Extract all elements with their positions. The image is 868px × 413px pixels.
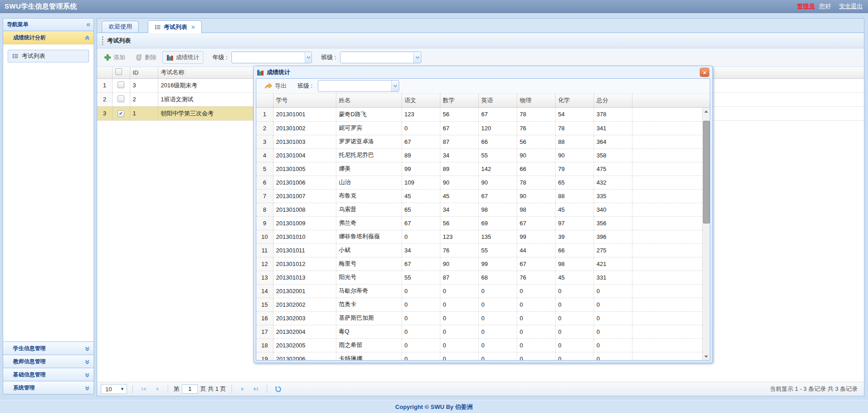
- score-row[interactable]: 13 201301013 阳光号 55 87 68 76 45 331: [256, 271, 703, 284]
- score-row[interactable]: 7 201301007 布鲁克 45 45 67 90 88 335: [256, 189, 703, 203]
- column-header-id[interactable]: ID: [130, 67, 158, 78]
- scroll-up-icon[interactable]: [703, 108, 710, 115]
- page-number-input[interactable]: [182, 385, 198, 394]
- prev-page-icon[interactable]: [151, 384, 162, 394]
- logout-link[interactable]: 安全退出: [839, 3, 863, 9]
- chevron-double-down-icon[interactable]: [85, 359, 90, 365]
- accordion-panel-score-analysis[interactable]: 成绩统计分析: [3, 31, 94, 44]
- column-header-chemistry[interactable]: 化学: [555, 94, 594, 107]
- score-row[interactable]: 17 201302004 毒Q 0 0 0 0 0 0: [256, 325, 703, 338]
- score-row[interactable]: 8 201301008 乌索普 65 34 98 98 45 340: [256, 203, 703, 216]
- accordion-panel-基础信息管理[interactable]: 基础信息管理: [3, 368, 94, 381]
- score-english-cell: 0: [478, 298, 517, 311]
- first-page-icon[interactable]: [138, 384, 149, 394]
- score-total-cell: 341: [594, 121, 632, 135]
- chevron-down-icon[interactable]: [391, 81, 399, 91]
- column-header-name[interactable]: 姓名: [336, 94, 401, 107]
- chevron-double-down-icon[interactable]: [85, 372, 90, 378]
- scroll-down-icon[interactable]: [703, 353, 710, 360]
- score-total-cell: 396: [594, 230, 632, 243]
- chevron-double-up-icon[interactable]: [85, 35, 90, 41]
- score-math-cell: 90: [440, 176, 478, 189]
- score-english-cell: 90: [478, 176, 517, 189]
- grade-label: 年级 :: [212, 53, 227, 62]
- refresh-icon[interactable]: [273, 384, 283, 394]
- delete-button[interactable]: 删除: [131, 51, 160, 64]
- chevron-down-icon[interactable]: [305, 52, 311, 63]
- row-number: 2: [97, 92, 112, 106]
- column-header-student-id[interactable]: 学号: [273, 94, 336, 107]
- admin-link[interactable]: 管理员: [797, 3, 815, 9]
- score-row[interactable]: 2 201301002 妮可罗宾 0 67 120 76 78 341: [256, 121, 703, 135]
- dialog-class-combobox[interactable]: [318, 80, 399, 92]
- score-row[interactable]: 16 201302003 基萨斯巴加斯 0 0 0 0 0 0: [256, 311, 703, 325]
- student-id-cell: 201301007: [273, 189, 336, 203]
- accordion-panel-学生信息管理[interactable]: 学生信息管理: [3, 342, 94, 355]
- tab-exam-list[interactable]: 考试列表 ×: [148, 20, 202, 33]
- column-header-english[interactable]: 英语: [478, 94, 517, 107]
- score-row[interactable]: 9 201301009 弗兰奇 67 56 69 67 97 356: [256, 216, 703, 230]
- score-stats-button-label: 成绩统计: [176, 53, 199, 62]
- score-chinese-cell: 0: [401, 311, 440, 325]
- student-id-cell: 201301008: [273, 203, 336, 216]
- score-stats-dialog: 成绩统计 × 导出 班级 :: [253, 66, 713, 363]
- scrollbar-thumb[interactable]: [703, 121, 710, 223]
- grade-combobox-input[interactable]: [232, 52, 305, 63]
- pagination-bar: 10 ▼ 第 页 共 1 页 当前: [97, 382, 864, 396]
- tab-welcome[interactable]: 欢迎使用: [102, 21, 139, 33]
- student-name-cell: 山治: [336, 176, 401, 189]
- tab-close-icon[interactable]: ×: [191, 22, 195, 33]
- score-row[interactable]: 3 201301003 罗罗诺亚卓洛 67 87 66 56 88 364: [256, 135, 703, 148]
- score-row[interactable]: 12 201301012 梅里号 67 90 99 67 98 421: [256, 257, 703, 271]
- next-page-icon[interactable]: [237, 384, 248, 394]
- score-row[interactable]: 18 201302005 雨之希留 0 0 0 0 0 0: [256, 338, 703, 352]
- class-combobox[interactable]: [340, 52, 421, 63]
- dialog-class-combobox-input[interactable]: [318, 81, 391, 91]
- chevron-down-icon[interactable]: [413, 52, 421, 63]
- score-stats-button[interactable]: 成绩统计: [162, 51, 203, 64]
- dialog-close-button[interactable]: ×: [700, 68, 709, 77]
- vertical-scrollbar[interactable]: [702, 108, 710, 360]
- score-row[interactable]: 4 201301004 托尼托尼乔巴 89 34 55 90 90 358: [256, 148, 703, 162]
- collapse-left-icon[interactable]: «: [86, 18, 90, 30]
- chevron-double-down-icon[interactable]: [85, 346, 90, 351]
- score-row[interactable]: 11 201301011 小鱿 34 76 55 44 66 275: [256, 243, 703, 257]
- row-checkbox[interactable]: [118, 81, 124, 88]
- select-caret-icon: ▼: [120, 387, 124, 391]
- score-row[interactable]: 19 201302006 卡特琳娜 0 0 0 0 0 0: [256, 352, 703, 360]
- row-number: 2: [256, 121, 273, 135]
- column-header-exam-name[interactable]: 考试名称: [158, 67, 255, 78]
- score-row[interactable]: 15 201302002 范奥卡 0 0 0 0 0 0: [256, 298, 703, 311]
- score-chemistry-cell: 78: [555, 121, 594, 135]
- score-total-cell: 331: [594, 271, 632, 284]
- last-page-icon[interactable]: [250, 384, 261, 394]
- column-header-total[interactable]: 总分: [594, 94, 632, 107]
- score-english-cell: 69: [478, 216, 517, 230]
- score-row[interactable]: 5 201301005 娜美 99 89 142 66 79 475: [256, 162, 703, 176]
- list-icon: [155, 24, 161, 30]
- score-row[interactable]: 1 201301001 蒙奇D路飞 123 56 67 78 54 378: [256, 108, 703, 121]
- score-physics-cell: 98: [517, 203, 555, 216]
- row-checkbox[interactable]: [118, 95, 124, 102]
- grade-combobox[interactable]: [231, 52, 312, 63]
- accordion-panel-教师信息管理[interactable]: 教师信息管理: [3, 355, 94, 368]
- score-row[interactable]: 10 201301010 娜菲鲁塔利薇薇 0 123 135 99 39 396: [256, 230, 703, 243]
- score-row[interactable]: 6 201301006 山治 109 90 90 78 65 432: [256, 176, 703, 189]
- column-header-chinese[interactable]: 语文: [401, 94, 440, 107]
- column-header-math[interactable]: 数学: [440, 94, 478, 107]
- export-button[interactable]: 导出: [260, 80, 291, 92]
- add-button[interactable]: 添加: [100, 51, 129, 64]
- class-combobox-input[interactable]: [340, 52, 413, 63]
- accordion-panel-系统管理[interactable]: 系统管理: [3, 381, 94, 394]
- chevron-double-down-icon[interactable]: [85, 385, 90, 391]
- filler-cell: [632, 108, 703, 121]
- dialog-title-bar[interactable]: 成绩统计 ×: [254, 66, 712, 78]
- column-header-physics[interactable]: 物理: [517, 94, 555, 107]
- score-total-cell: 358: [594, 148, 632, 162]
- sidebar-item-exam-list[interactable]: 考试列表: [8, 50, 89, 62]
- select-all-checkbox[interactable]: [115, 68, 122, 75]
- score-row[interactable]: 14 201302001 马歇尔蒂奇 0 0 0 0 0 0: [256, 284, 703, 298]
- row-checkbox[interactable]: ✔: [118, 110, 124, 117]
- filler-cell: [632, 230, 703, 243]
- page-size-select[interactable]: 10 ▼: [101, 384, 127, 394]
